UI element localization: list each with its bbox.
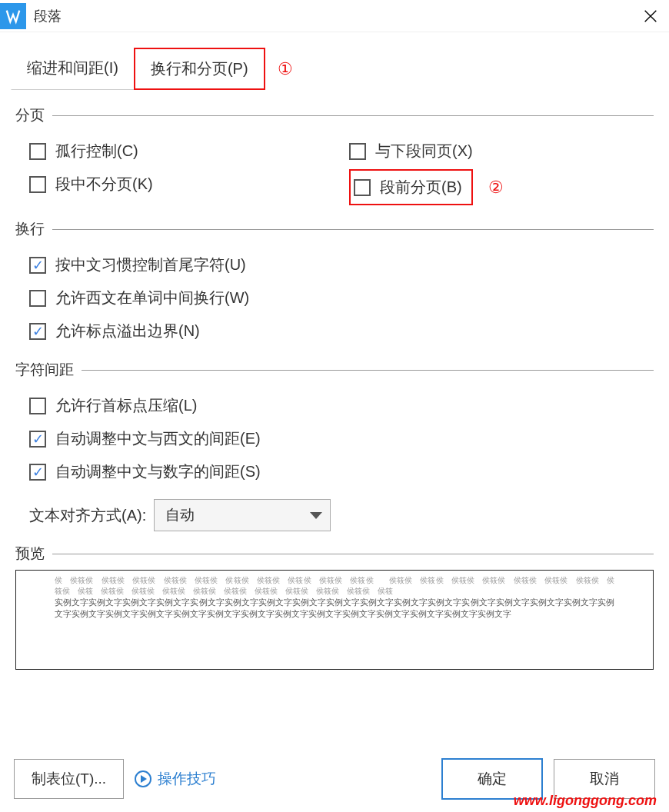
section-label: 字符间距 bbox=[15, 360, 74, 380]
tab-indent-spacing[interactable]: 缩进和间距(I) bbox=[11, 48, 134, 90]
checkbox-label: 允许西文在单词中间换行(W) bbox=[55, 288, 249, 308]
checkbox-icon bbox=[29, 257, 46, 274]
checkbox-icon bbox=[29, 143, 46, 160]
divider bbox=[52, 115, 654, 116]
checkbox-label: 段中不分页(K) bbox=[55, 174, 153, 195]
highlight-box: 段前分页(B) bbox=[349, 169, 473, 205]
close-button[interactable] bbox=[641, 7, 660, 25]
tips-link[interactable]: 操作技巧 bbox=[135, 769, 216, 789]
checkbox-icon bbox=[29, 431, 46, 448]
text-align-select[interactable]: 自动 bbox=[154, 499, 331, 531]
checkbox-label: 按中文习惯控制首尾字符(U) bbox=[55, 255, 246, 275]
checkbox-label: 自动调整中文与数字的间距(S) bbox=[55, 461, 261, 482]
preview-text-before: 侯 侯筱侯 侯筱侯 侯筱侯 侯筱侯 侯筱侯 侯筱侯 侯筱侯 侯筱侯 侯筱侯 侯筱… bbox=[55, 575, 614, 597]
section-preview: 预览 bbox=[15, 544, 654, 564]
annotation-marker-2: ② bbox=[488, 178, 504, 198]
tabs-button[interactable]: 制表位(T)... bbox=[14, 759, 124, 799]
preview-panel: 侯 侯筱侯 侯筱侯 侯筱侯 侯筱侯 侯筱侯 侯筱侯 侯筱侯 侯筱侯 侯筱侯 侯筱… bbox=[15, 570, 654, 670]
chevron-down-icon bbox=[310, 512, 322, 519]
tab-line-page-breaks[interactable]: 换行和分页(P) bbox=[134, 48, 265, 90]
section-pagination: 分页 bbox=[15, 105, 654, 125]
play-icon bbox=[135, 770, 151, 787]
watermark: www.ligonggong.com bbox=[514, 793, 657, 809]
section-linebreak: 换行 bbox=[15, 219, 654, 239]
checkbox-label: 孤行控制(C) bbox=[55, 141, 138, 161]
checkbox-compress-punct[interactable]: 允许行首标点压缩(L) bbox=[29, 389, 654, 422]
checkbox-widow-control[interactable]: 孤行控制(C) bbox=[29, 135, 334, 168]
select-value: 自动 bbox=[165, 505, 195, 525]
checkbox-icon bbox=[29, 290, 46, 307]
section-label: 换行 bbox=[15, 219, 45, 239]
app-icon bbox=[0, 3, 26, 29]
checkbox-label: 自动调整中文与西文的间距(E) bbox=[55, 428, 261, 449]
checkbox-icon bbox=[29, 398, 46, 414]
annotation-marker-1: ① bbox=[278, 59, 293, 79]
titlebar: 段落 bbox=[0, 0, 669, 32]
checkbox-adjust-cjk-number[interactable]: 自动调整中文与数字的间距(S) bbox=[29, 455, 654, 488]
checkbox-page-break-before[interactable]: 段前分页(B) bbox=[354, 175, 462, 199]
checkbox-icon bbox=[29, 323, 46, 340]
section-label: 分页 bbox=[15, 105, 45, 125]
checkbox-adjust-cjk-latin[interactable]: 自动调整中文与西文的间距(E) bbox=[29, 422, 654, 455]
checkbox-label: 段前分页(B) bbox=[380, 177, 462, 198]
checkbox-label: 与下段同页(X) bbox=[375, 141, 473, 161]
checkbox-keep-lines-together[interactable]: 段中不分页(K) bbox=[29, 168, 334, 201]
checkbox-label: 允许标点溢出边界(N) bbox=[55, 321, 200, 341]
checkbox-chinese-rules[interactable]: 按中文习惯控制首尾字符(U) bbox=[29, 248, 654, 281]
preview-text-sample: 实例文字实例文字实例文字实例文字实例文字实例文字实例文字实例文字实例文字实例文字… bbox=[55, 597, 614, 619]
section-char-spacing: 字符间距 bbox=[15, 360, 654, 380]
checkbox-label: 允许行首标点压缩(L) bbox=[55, 395, 197, 416]
divider bbox=[52, 554, 654, 554]
section-label: 预览 bbox=[15, 544, 45, 564]
divider bbox=[52, 229, 654, 230]
checkbox-keep-with-next[interactable]: 与下段同页(X) bbox=[349, 135, 654, 168]
tab-bar: 缩进和间距(I) 换行和分页(P) ① bbox=[0, 32, 669, 90]
checkbox-icon bbox=[349, 143, 366, 160]
checkbox-icon bbox=[29, 464, 46, 481]
tips-label: 操作技巧 bbox=[158, 769, 216, 789]
text-align-row: 文本对齐方式(A): 自动 bbox=[15, 491, 654, 534]
checkbox-punctuation-overflow[interactable]: 允许标点溢出边界(N) bbox=[29, 314, 654, 348]
checkbox-icon bbox=[29, 176, 46, 193]
text-align-label: 文本对齐方式(A): bbox=[29, 505, 146, 526]
window-title: 段落 bbox=[34, 7, 641, 25]
checkbox-allow-latin-wrap[interactable]: 允许西文在单词中间换行(W) bbox=[29, 281, 654, 314]
divider bbox=[82, 370, 654, 371]
dialog-content: 分页 孤行控制(C) 与下段同页(X) 段中不分页(K) bbox=[0, 90, 669, 677]
checkbox-icon bbox=[354, 179, 371, 196]
